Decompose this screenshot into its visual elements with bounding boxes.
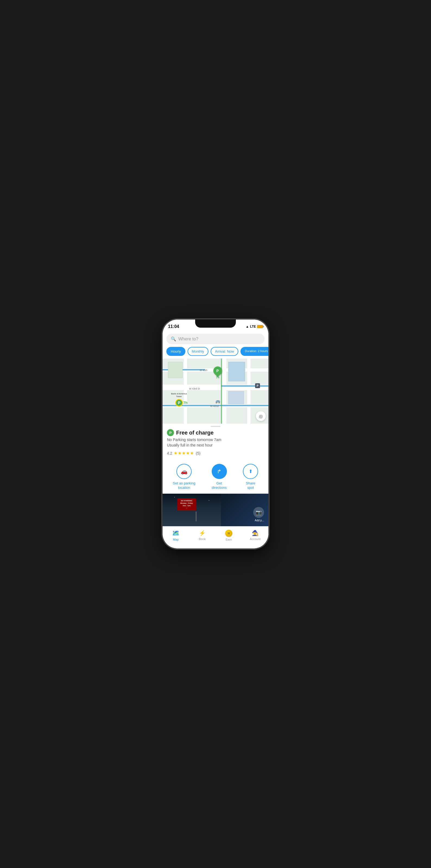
phone-frame: 11:04 ▲ LTE 🔍 Where to? Hourly Monthly A… xyxy=(163,319,268,549)
spot-subtitle: No Parking starts tomorrow 7am Usually f… xyxy=(167,437,264,448)
subtitle-line1: No Parking starts tomorrow 7am xyxy=(167,437,222,442)
spot-info: P Free of charge No Parking starts tomor… xyxy=(163,429,268,464)
map-icon: 🗺️ xyxy=(172,530,179,537)
search-placeholder: Where to? xyxy=(178,337,198,341)
parking-marker-main[interactable]: P 7h xyxy=(213,367,222,379)
share-spot-button[interactable]: ⬆ Sharespot xyxy=(243,464,258,490)
earn-coin-icon: W xyxy=(225,530,232,537)
spot-p-icon: P xyxy=(167,429,174,436)
spot-header: P Free of charge xyxy=(167,429,264,436)
photo-item-1[interactable]: NO STANDINGMonday - Friday7am - 7pm→ xyxy=(163,494,221,526)
get-directions-label: Getdirections xyxy=(212,481,227,490)
bank-label: Bank of AmericaTower xyxy=(171,393,187,398)
parking-marker-secondary[interactable]: P 7h xyxy=(175,399,188,407)
bolt-icon: ⚡ xyxy=(199,530,206,536)
tab-hourly[interactable]: Hourly xyxy=(166,347,185,356)
subtitle-line2: Usually full in the next hour xyxy=(167,443,212,447)
set-parking-label: Set as parkinglocation xyxy=(173,481,195,490)
nav-map[interactable]: 🗺️ Map xyxy=(163,529,189,542)
directions-icon: ↱ xyxy=(217,468,222,475)
car-icon: 🚗 xyxy=(181,468,188,475)
share-spot-circle: ⬆ xyxy=(243,464,258,479)
status-time: 11:04 xyxy=(168,324,179,329)
review-count: (5) xyxy=(196,451,200,456)
no-standing-sign: NO STANDINGMonday - Friday7am - 7pm→ xyxy=(177,499,196,510)
spot-title: Free of charge xyxy=(176,430,213,436)
add-photo-label: Add p... xyxy=(255,519,264,522)
add-photo-button[interactable]: 📷 xyxy=(253,507,264,518)
road-label-w45: W 45th xyxy=(200,369,208,372)
tab-arrival[interactable]: Arrival: Now xyxy=(211,347,238,356)
duration-label-secondary: 7h xyxy=(183,401,188,405)
road-label-w42: W 42nd xyxy=(210,405,219,407)
rating-row: 4.2 ★★★★★ (5) xyxy=(167,451,264,456)
location-button[interactable]: ◎ xyxy=(256,411,266,421)
bus-icon: 🚌 xyxy=(216,399,220,403)
coin-symbol: W xyxy=(227,532,230,535)
status-icons: ▲ LTE xyxy=(246,325,263,329)
search-bar: 🔍 Where to? xyxy=(163,332,268,347)
nav-earn-label: Earn xyxy=(226,538,232,541)
map-area[interactable]: W 45th W 43rd St W 42nd Bank of AmericaT… xyxy=(163,359,268,424)
share-icon: ⬆ xyxy=(249,468,253,474)
nav-book[interactable]: ⚡ Book xyxy=(189,529,216,542)
camera-icon: 📷 xyxy=(256,509,262,516)
nav-account-label: Account xyxy=(250,537,261,540)
small-parking-icon: P xyxy=(255,383,260,388)
stars: ★★★★★ xyxy=(174,451,194,456)
bottom-panel: P Free of charge No Parking starts tomor… xyxy=(163,424,268,526)
nav-map-label: Map xyxy=(173,538,179,541)
get-directions-circle: ↱ xyxy=(212,464,227,479)
crosshair-icon: ◎ xyxy=(259,414,263,419)
drag-handle[interactable] xyxy=(211,426,220,427)
photo-item-2[interactable]: 📷 Add p... xyxy=(221,494,269,526)
action-buttons: 🚗 Set as parkinglocation ↱ Getdirections… xyxy=(163,464,268,494)
share-spot-label: Sharespot xyxy=(246,481,255,490)
map-background: W 45th W 43rd St W 42nd Bank of AmericaT… xyxy=(163,359,268,424)
nav-book-label: Book xyxy=(199,537,206,540)
account-icon: 🧙 xyxy=(252,530,259,536)
search-input[interactable]: 🔍 Where to? xyxy=(166,334,265,344)
tab-duration[interactable]: Duration: 2 hours xyxy=(240,347,268,356)
parking-pin-label: P xyxy=(217,369,219,373)
phone-screen: 11:04 ▲ LTE 🔍 Where to? Hourly Monthly A… xyxy=(163,319,268,549)
battery-icon xyxy=(257,325,263,328)
set-parking-button[interactable]: 🚗 Set as parkinglocation xyxy=(173,464,195,490)
set-parking-circle: 🚗 xyxy=(176,464,192,479)
nav-earn[interactable]: W Earn xyxy=(216,529,242,542)
filter-tabs: Hourly Monthly Arrival: Now Duration: 2 … xyxy=(163,347,268,359)
lte-label: LTE xyxy=(250,325,256,329)
bottom-nav: 🗺️ Map ⚡ Book W Earn 🧙 Account xyxy=(163,526,268,548)
road-label-w43: W 43rd St xyxy=(189,388,200,390)
notch xyxy=(195,319,236,328)
signal-icon: ▲ xyxy=(246,325,249,329)
tab-monthly[interactable]: Monthly xyxy=(188,347,209,356)
photo-strip: NO STANDINGMonday - Friday7am - 7pm→ 📷 xyxy=(163,494,268,526)
get-directions-button[interactable]: ↱ Getdirections xyxy=(212,464,227,490)
p-circle-secondary: P xyxy=(175,399,183,407)
nav-account[interactable]: 🧙 Account xyxy=(242,529,269,542)
rating-number: 4.2 xyxy=(167,451,172,456)
search-icon: 🔍 xyxy=(171,336,176,341)
